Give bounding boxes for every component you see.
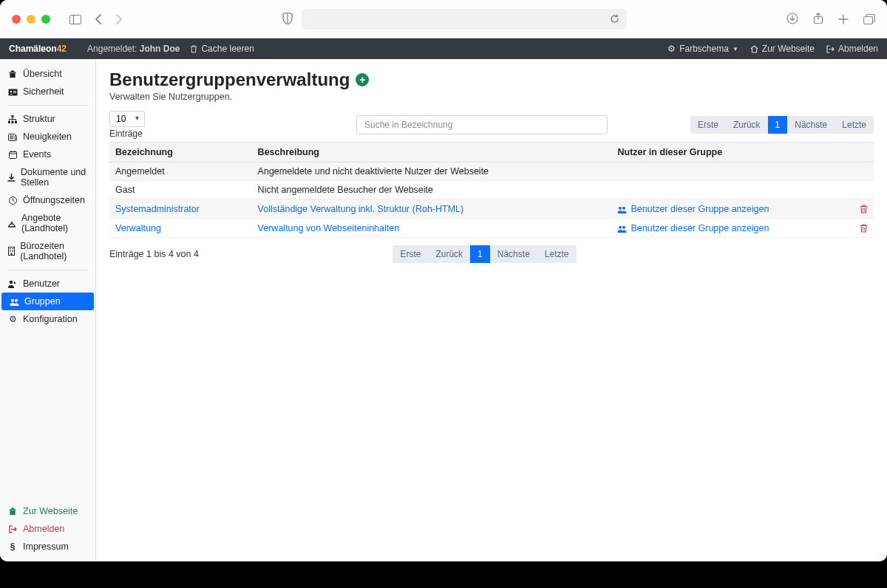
sidebar-item-structure[interactable]: Struktur <box>0 110 95 128</box>
page-subtitle: Verwalten Sie Nutzergruppen. <box>109 92 874 102</box>
row-actions <box>854 181 874 199</box>
clear-cache-label: Cache leeren <box>201 44 254 54</box>
sidebar-item-users[interactable]: Benutzer <box>0 275 95 293</box>
svg-rect-14 <box>15 121 17 123</box>
sidebar-item-docs-jobs[interactable]: Dokumente und Stellen <box>0 163 95 191</box>
sidebar-item-configuration[interactable]: ⚙ Konfiguration <box>0 310 95 328</box>
brand-text: Chamäleon <box>9 44 57 54</box>
brand[interactable]: Chamäleon42 <box>9 44 67 54</box>
pager-prev-button[interactable]: Zurück <box>726 116 768 134</box>
sidebar-item-groups[interactable]: Gruppen <box>1 293 94 310</box>
svg-rect-16 <box>16 136 17 141</box>
users-icon <box>9 296 19 307</box>
color-scheme-dropdown[interactable]: ⚙ Farbschema ▼ <box>667 44 738 54</box>
browser-right-controls <box>786 13 875 26</box>
sidebar-item-label: Bürozeiten (Landhotel) <box>20 241 88 261</box>
search-input[interactable] <box>356 115 608 134</box>
pager-first-button[interactable]: Erste <box>690 116 726 134</box>
row-actions <box>854 199 874 219</box>
group-desc-link[interactable]: Vollständige Verwaltung inkl. Struktur (… <box>258 204 464 214</box>
pager-top: Erste Zurück 1 Nächste Letzte <box>690 116 874 134</box>
sidebar-item-news[interactable]: Neuigkeiten <box>0 128 95 146</box>
new-tab-icon[interactable] <box>838 13 849 26</box>
downloads-icon[interactable] <box>786 13 798 26</box>
sidebar-item-overview[interactable]: Übersicht <box>0 65 95 83</box>
logout-label: Abmelden <box>838 44 878 54</box>
pager-first-button[interactable]: Erste <box>392 245 428 263</box>
pager-last-button[interactable]: Letzte <box>537 245 577 263</box>
show-group-users-link[interactable]: Benutzer dieser Gruppe anzeigen <box>617 223 769 233</box>
group-desc: Nicht angemeldete Besucher der Webseite <box>252 181 612 199</box>
window-zoom-button[interactable] <box>41 15 50 24</box>
brand-number: 42 <box>57 44 67 54</box>
app: Chamäleon42 Angemeldet: John Doe Cache l… <box>0 38 887 561</box>
tabs-icon[interactable] <box>863 13 875 26</box>
pager-last-button[interactable]: Letzte <box>835 116 874 134</box>
sidebar-item-to-website[interactable]: Zur Webseite <box>0 502 95 520</box>
pager-next-button[interactable]: Nächste <box>787 116 835 134</box>
add-group-button[interactable]: + <box>356 73 369 86</box>
shield-icon[interactable] <box>282 13 293 25</box>
sidebar-item-label: Öffnungszeiten <box>23 195 85 205</box>
svg-point-35 <box>14 282 16 284</box>
col-header-users[interactable]: Nutzer in dieser Gruppe <box>611 143 854 163</box>
svg-rect-20 <box>9 152 16 159</box>
delete-group-button[interactable] <box>860 222 868 233</box>
page-size-select[interactable]: 10 <box>109 111 145 127</box>
calendar-icon <box>7 149 18 160</box>
pager-next-button[interactable]: Nächste <box>490 245 537 263</box>
pager-prev-button[interactable]: Zurück <box>428 245 470 263</box>
clear-cache-button[interactable]: Cache leeren <box>190 44 254 54</box>
address-bar-wrap <box>136 9 773 30</box>
table-row: SystemadministratorVollständige Verwaltu… <box>109 199 874 219</box>
show-group-users-link[interactable]: Benutzer dieser Gruppe anzeigen <box>617 204 769 214</box>
pager-bottom: Erste Zurück 1 Nächste Letzte <box>392 245 576 263</box>
svg-point-39 <box>622 206 625 209</box>
section-icon: § <box>7 541 18 552</box>
sidebar-item-opening-hours[interactable]: Öffnungszeiten <box>0 191 95 209</box>
group-users-cell: Benutzer dieser Gruppe anzeigen <box>611 219 854 238</box>
browser-chrome <box>0 0 887 38</box>
group-name-link[interactable]: Systemadministrator <box>115 204 200 214</box>
sidebar-item-label: Abmelden <box>23 524 64 534</box>
to-website-link[interactable]: Zur Webseite <box>750 44 815 54</box>
sidebar-item-office-landhotel[interactable]: Bürozeiten (Landhotel) <box>0 237 95 265</box>
entries-info: Einträge 1 bis 4 von 4 <box>109 249 199 259</box>
main-content: Benutzergruppenverwaltung + Verwalten Si… <box>96 59 887 561</box>
entries-unit-label: Einträge <box>109 129 145 139</box>
pager-page-button[interactable]: 1 <box>768 116 788 134</box>
logout-link[interactable]: Abmelden <box>826 44 878 54</box>
share-icon[interactable] <box>813 13 823 26</box>
sidebar-item-label: Übersicht <box>23 69 62 79</box>
forward-button[interactable] <box>115 13 123 25</box>
sidebar-item-events[interactable]: Events <box>0 146 95 163</box>
sidebar-item-security[interactable]: Sicherheit <box>0 83 95 100</box>
sidebar-item-logout[interactable]: Abmelden <box>0 520 95 538</box>
app-topbar: Chamäleon42 Angemeldet: John Doe Cache l… <box>0 38 887 59</box>
col-header-desc[interactable]: Beschreibung <box>252 143 612 163</box>
pager-page-button[interactable]: 1 <box>470 245 490 263</box>
window-controls <box>12 15 50 24</box>
color-scheme-label: Farbschema <box>679 44 729 54</box>
sidebar-item-offers-landhotel[interactable]: Angebote (Landhotel) <box>0 209 95 237</box>
col-header-name[interactable]: Bezeichnung <box>109 143 252 163</box>
back-button[interactable] <box>95 13 102 25</box>
clock-icon <box>7 195 18 205</box>
sidebar-item-imprint[interactable]: § Impressum <box>0 538 95 555</box>
sidebar-item-label: Events <box>23 149 51 160</box>
delete-group-button[interactable] <box>860 203 868 214</box>
svg-rect-33 <box>10 253 12 256</box>
refresh-icon[interactable] <box>610 13 619 24</box>
sidebar-item-label: Neuigkeiten <box>23 131 72 142</box>
group-desc-link[interactable]: Verwaltung von Webseiteninhalten <box>258 223 400 233</box>
window-minimize-button[interactable] <box>27 15 35 24</box>
users-icon <box>617 223 627 233</box>
groups-table: Bezeichnung Beschreibung Nutzer in diese… <box>109 142 874 238</box>
window-close-button[interactable] <box>12 15 21 24</box>
address-bar[interactable] <box>302 9 627 30</box>
svg-point-43 <box>622 225 625 228</box>
users-icon <box>617 204 627 214</box>
group-name-link[interactable]: Verwaltung <box>115 223 161 233</box>
sidebar-divider <box>7 105 88 106</box>
sidebar-toggle-icon[interactable] <box>69 13 81 25</box>
